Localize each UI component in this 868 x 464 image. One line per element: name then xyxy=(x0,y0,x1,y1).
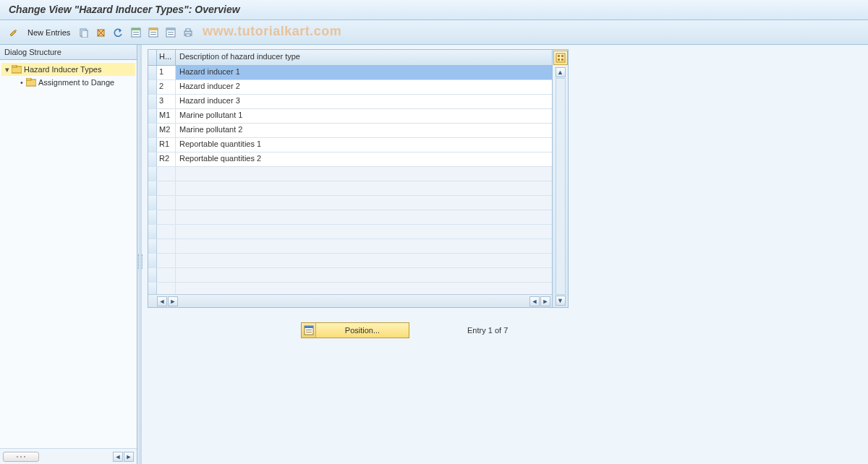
new-entries-button[interactable]: New Entries xyxy=(25,27,73,38)
scroll-down-icon[interactable]: ▼ xyxy=(556,296,566,306)
delete-icon[interactable] xyxy=(95,26,108,39)
row-selector[interactable] xyxy=(148,95,157,108)
svg-rect-14 xyxy=(166,28,175,30)
row-selector[interactable] xyxy=(148,225,157,239)
cell-description[interactable]: Marine pollutant 2 xyxy=(176,124,552,137)
scroll-right-icon[interactable]: ► xyxy=(168,296,178,306)
cell-code[interactable]: R1 xyxy=(157,138,176,152)
cell-code xyxy=(157,196,176,210)
select-all-icon[interactable] xyxy=(129,26,142,39)
svg-rect-19 xyxy=(186,34,190,36)
table-row[interactable]: M2Marine pollutant 2 xyxy=(148,124,552,138)
cell-description[interactable]: Hazard inducer 3 xyxy=(176,95,552,108)
folder-closed-icon xyxy=(26,78,36,87)
content-pane: H... Description of hazard inducer type … xyxy=(142,45,868,464)
cell-code[interactable]: M2 xyxy=(157,124,176,137)
copy-as-icon[interactable] xyxy=(77,26,90,39)
tree-node-hazard-inducer-types[interactable]: ▾ Hazard Inducer Types xyxy=(1,63,135,76)
position-button-label: Position... xyxy=(316,326,409,335)
svg-rect-21 xyxy=(12,65,17,67)
dialog-structure-pane: Dialog Structure ▾ Hazard Inducer Types … xyxy=(0,45,137,464)
row-selector[interactable] xyxy=(148,210,157,224)
svg-rect-7 xyxy=(133,32,139,33)
entry-status: Entry 1 of 7 xyxy=(467,326,508,335)
row-selector[interactable] xyxy=(148,66,157,80)
tree-node-assignment-to-danger[interactable]: • Assignment to Dange xyxy=(1,76,135,89)
bullet-icon: • xyxy=(17,78,26,87)
table-row[interactable]: 2Hazard inducer 2 xyxy=(148,80,552,95)
svg-rect-8 xyxy=(133,34,139,35)
position-icon xyxy=(302,323,316,338)
scroll-left-icon[interactable]: ◄ xyxy=(157,296,167,306)
cell-code[interactable]: M1 xyxy=(157,109,176,123)
row-selector[interactable] xyxy=(148,283,157,294)
cell-description xyxy=(176,210,552,224)
deselect-all-icon[interactable] xyxy=(164,26,177,39)
row-selector[interactable] xyxy=(148,138,157,152)
table-configure-icon[interactable] xyxy=(553,51,568,65)
table-row[interactable]: M1Marine pollutant 1 xyxy=(148,109,552,124)
cell-code xyxy=(157,268,176,282)
toggle-display-change-icon[interactable] xyxy=(7,26,20,39)
svg-rect-18 xyxy=(186,29,190,31)
table-row[interactable]: R1Reportable quantities 1 xyxy=(148,138,552,152)
row-selector[interactable] xyxy=(148,268,157,282)
cell-description xyxy=(176,268,552,282)
position-button[interactable]: Position... xyxy=(301,322,409,338)
cell-code[interactable]: 1 xyxy=(157,66,176,80)
svg-rect-1 xyxy=(82,30,88,38)
row-selector[interactable] xyxy=(148,254,157,267)
cell-description[interactable]: Hazard inducer 1 xyxy=(176,66,552,80)
svg-rect-27 xyxy=(556,53,565,62)
table-row xyxy=(148,268,552,283)
table-row xyxy=(148,167,552,181)
cell-code xyxy=(157,181,176,195)
undo-change-icon[interactable] xyxy=(112,26,125,39)
scroll-right-end-icon[interactable]: ► xyxy=(540,296,550,306)
print-tree-icon[interactable] xyxy=(182,26,195,39)
tree-scroll-right-icon[interactable]: ► xyxy=(124,452,134,462)
svg-rect-29 xyxy=(561,55,563,57)
cell-description[interactable]: Marine pollutant 1 xyxy=(176,109,552,123)
svg-rect-31 xyxy=(561,59,563,61)
column-header-description[interactable]: Description of hazard inducer type xyxy=(176,50,552,65)
row-selector[interactable] xyxy=(148,109,157,123)
row-selector[interactable] xyxy=(148,124,157,137)
scroll-up-icon[interactable]: ▲ xyxy=(556,67,566,77)
pane-splitter[interactable] xyxy=(137,45,142,464)
cell-code[interactable]: 2 xyxy=(157,80,176,94)
hazard-types-table: H... Description of hazard inducer type … xyxy=(148,49,569,308)
cell-description[interactable]: Hazard inducer 2 xyxy=(176,80,552,94)
scroll-track[interactable] xyxy=(556,78,566,295)
cell-description[interactable]: Reportable quantities 1 xyxy=(176,138,552,152)
collapse-icon[interactable]: ▾ xyxy=(3,65,12,74)
tree-config-button[interactable] xyxy=(3,452,39,462)
row-selector[interactable] xyxy=(148,152,157,166)
table-row[interactable]: 1Hazard inducer 1 xyxy=(148,66,552,80)
svg-point-26 xyxy=(24,456,25,457)
cell-code[interactable]: R2 xyxy=(157,152,176,166)
table-row[interactable]: 3Hazard inducer 3 xyxy=(148,95,552,109)
cell-description[interactable]: Reportable quantities 2 xyxy=(176,152,552,166)
table-row xyxy=(148,225,552,239)
svg-rect-30 xyxy=(558,59,560,61)
row-selector[interactable] xyxy=(148,196,157,210)
work-area: Dialog Structure ▾ Hazard Inducer Types … xyxy=(0,45,868,464)
table-footer: Position... Entry 1 of 7 xyxy=(148,322,862,338)
column-header-code[interactable]: H... xyxy=(157,50,176,65)
table-row[interactable]: R2Reportable quantities 2 xyxy=(148,152,552,167)
row-selector[interactable] xyxy=(148,80,157,94)
cell-code[interactable]: 3 xyxy=(157,95,176,108)
tree-scroll-left-icon[interactable]: ◄ xyxy=(113,452,123,462)
scroll-left-end-icon[interactable]: ◄ xyxy=(529,296,540,306)
dialog-structure-header: Dialog Structure xyxy=(0,45,137,60)
svg-rect-23 xyxy=(26,78,31,80)
row-selector-header[interactable] xyxy=(148,50,157,65)
row-selector[interactable] xyxy=(148,239,157,253)
svg-rect-34 xyxy=(306,330,312,330)
row-selector[interactable] xyxy=(148,167,157,181)
select-block-icon[interactable] xyxy=(147,26,160,39)
cell-code xyxy=(157,225,176,239)
table-row xyxy=(148,254,552,268)
row-selector[interactable] xyxy=(148,181,157,195)
